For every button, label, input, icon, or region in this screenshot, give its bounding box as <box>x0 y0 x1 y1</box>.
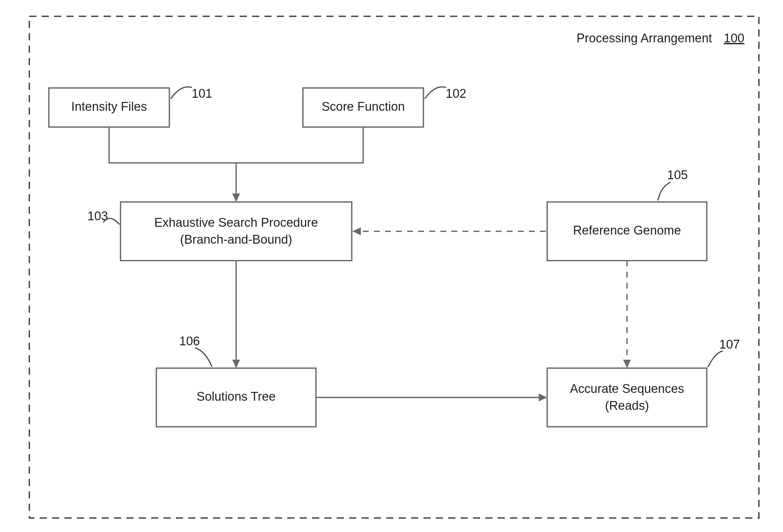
arrow-genome-to-reads <box>623 359 631 368</box>
diagram-canvas: Processing Arrangement 100 Intensity Fil… <box>0 0 783 532</box>
ref-107: 107 <box>719 338 740 351</box>
arrow-genome-to-search <box>352 227 361 235</box>
box-search-procedure <box>121 202 352 261</box>
label-reference-genome: Reference Genome <box>573 223 681 237</box>
label-intensity-files: Intensity Files <box>71 100 147 113</box>
leader-101 <box>171 87 191 98</box>
arrow-tree-to-reads <box>539 394 547 401</box>
leader-107 <box>708 351 722 367</box>
ref-101: 101 <box>191 87 212 100</box>
label-reads-line1: Accurate Sequences <box>570 382 684 396</box>
label-search-line2: (Branch-and-Bound) <box>180 232 292 246</box>
box-accurate-sequences <box>547 368 707 427</box>
leader-105 <box>658 182 670 200</box>
label-search-line1: Exhaustive Search Procedure <box>154 216 318 229</box>
conn-intensity-score-merge <box>109 127 363 163</box>
ref-102: 102 <box>445 87 466 100</box>
arrow-into-search <box>232 193 240 202</box>
leader-102 <box>425 87 445 98</box>
arrow-search-to-tree <box>232 359 240 368</box>
ref-105: 105 <box>667 168 688 182</box>
ref-106: 106 <box>179 334 200 348</box>
container-title-text: Processing Arrangement <box>576 31 712 45</box>
label-reads-line2: (Reads) <box>605 399 649 412</box>
label-solutions-tree: Solutions Tree <box>197 389 276 403</box>
container-title-num: 100 <box>724 31 744 45</box>
label-score-function: Score Function <box>321 100 405 113</box>
leader-106 <box>195 348 212 366</box>
